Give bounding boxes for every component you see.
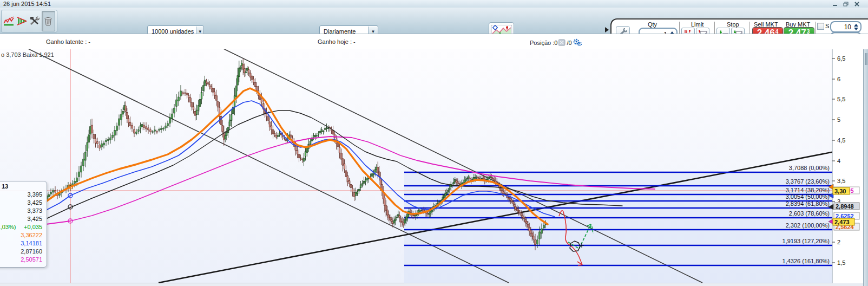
tooltip-row: 3,373: [27, 207, 42, 214]
close-button[interactable]: [853, 1, 860, 6]
ohlc-tooltip-panel: 13 3,3953,4253,3733,425(1,03%)+0,0353,36…: [0, 181, 47, 268]
main-toolbar: 10000 unidades ▼ Diariamente ▼: [0, 8, 868, 34]
tooltip-row: 2,50571: [21, 256, 42, 263]
s-checkbox[interactable]: [817, 23, 824, 30]
tools-settings-button[interactable]: [29, 11, 41, 31]
svg-text:5: 5: [837, 116, 840, 123]
tooltip-row: 3,395: [27, 191, 42, 198]
svg-text:5,5: 5,5: [837, 96, 845, 102]
spinner-arrows-icon[interactable]: [852, 24, 860, 30]
stop-label: Stop: [727, 21, 739, 28]
position-chart-icon[interactable]: [558, 39, 565, 47]
status-bar: Ganho latente : - Ganho hoje : - Posição…: [0, 34, 868, 49]
svg-text:2: 2: [837, 239, 840, 245]
svg-text:3,0054 (50,00%): 3,0054 (50,00%): [786, 193, 830, 200]
tooltip-row: 3,36222: [21, 232, 42, 238]
qty-label: Qty: [648, 21, 657, 28]
drawing-tools-group: [1, 10, 57, 32]
minimize-button[interactable]: [831, 1, 839, 6]
panel-splitter[interactable]: [863, 48, 868, 286]
posicao-status: Posição : 0 / 0: [530, 38, 583, 47]
splitter-grip: [865, 53, 866, 65]
svg-text:4: 4: [837, 158, 840, 164]
tooltip-row: 3,14181: [21, 240, 42, 246]
delete-drawings-button[interactable]: [42, 11, 55, 31]
svg-text:3,30: 3,30: [834, 188, 846, 194]
posicao-value-1: 0: [554, 40, 557, 46]
svg-text:6,5: 6,5: [837, 55, 845, 62]
splitter-grip: [866, 53, 867, 65]
chart-high-low-label: o 3,703 Baixa 1,921: [1, 51, 54, 58]
svg-text:2,473: 2,473: [834, 219, 850, 225]
svg-text:1,9193 (127,20%): 1,9193 (127,20%): [782, 238, 830, 244]
s-value: 10: [844, 23, 852, 31]
s-checkbox-label: S: [825, 23, 829, 29]
svg-text:6: 6: [837, 76, 840, 82]
svg-text:1,4326 (161,80%): 1,4326 (161,80%): [782, 258, 830, 264]
limit-label: Limit: [691, 21, 703, 28]
window-title: 26 jun 2015 14:51: [3, 1, 51, 7]
svg-text:2,8394 (61,80%): 2,8394 (61,80%): [786, 200, 830, 207]
s-spinner[interactable]: 10: [830, 21, 862, 32]
trading-app-window: 3,7088 (0,00%)3,3767 (23,60%)3,1714 (38,…: [0, 0, 868, 286]
pattern-tool-button[interactable]: [16, 11, 28, 31]
svg-text:2,8948: 2,8948: [836, 203, 854, 210]
collapse-panel-arrow-icon[interactable]: [605, 27, 609, 32]
tooltip-change-row: (1,03%)+0,035: [0, 224, 42, 230]
svg-text:2,603 (78,60%): 2,603 (78,60%): [789, 210, 830, 217]
posicao-label: Posição :: [530, 40, 554, 46]
svg-text:3,5: 3,5: [837, 178, 845, 184]
svg-text:3,7088 (0,00%): 3,7088 (0,00%): [789, 165, 830, 171]
ganho-hoje-label: Ganho hoje : -: [318, 38, 356, 45]
trendline-tool-button[interactable]: [3, 11, 15, 31]
svg-text:2,302 (100,00%): 2,302 (100,00%): [786, 222, 830, 229]
settings-gears-icon[interactable]: [573, 38, 582, 47]
tooltip-row: 2,87160: [21, 248, 42, 255]
svg-text:1,5: 1,5: [837, 259, 845, 266]
tooltip-row: 3,425: [27, 199, 42, 206]
ganho-latente-label: Ganho latente : -: [46, 38, 90, 45]
window-titlebar[interactable]: 26 jun 2015 14:51: [0, 0, 868, 8]
tooltip-row: 3,425: [27, 216, 42, 222]
svg-text:4,5: 4,5: [837, 137, 845, 144]
restore-button[interactable]: [842, 1, 850, 6]
posicao-value-2: 0: [568, 40, 571, 46]
svg-text:3,3767 (23,60%): 3,3767 (23,60%): [786, 178, 830, 185]
tooltip-date: 13: [2, 183, 8, 190]
svg-text:3,1714 (38,20%): 3,1714 (38,20%): [786, 187, 830, 193]
